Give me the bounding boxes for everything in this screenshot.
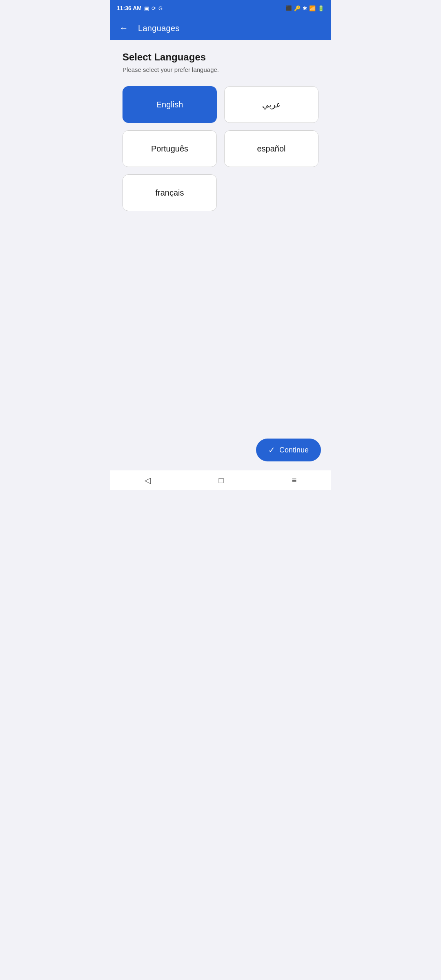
bluetooth-icon: ✱ (303, 5, 307, 11)
section-subtitle: Please select your prefer language. (122, 66, 318, 73)
bottom-nav-bar: ◁ □ ≡ (110, 470, 331, 490)
continue-button-wrapper: ✓ Continue (256, 439, 321, 461)
record-icon: ⬛ (286, 5, 292, 11)
key-icon: 🔑 (294, 5, 301, 11)
continue-label: Continue (279, 446, 309, 454)
status-bar: 11:36 AM ▣ ⟳ G ⬛ 🔑 ✱ 📶 🔋 (110, 0, 331, 16)
main-content: Select Languages Please select your pref… (110, 40, 331, 442)
nav-menu-button[interactable]: ≡ (282, 472, 307, 488)
status-left: 11:36 AM ▣ ⟳ G (117, 5, 163, 11)
section-title: Select Languages (122, 51, 318, 63)
language-grid: English عربي Português español français (122, 86, 318, 211)
status-time: 11:36 AM (117, 5, 142, 11)
back-button[interactable]: ← (118, 21, 130, 35)
google-icon: G (158, 5, 163, 11)
check-icon: ✓ (268, 445, 275, 455)
wifi-icon: 📶 (309, 5, 316, 11)
language-button-portuguese[interactable]: Português (122, 130, 217, 167)
page-title: Languages (138, 24, 180, 33)
battery-icon: 🔋 (318, 5, 324, 11)
status-right: ⬛ 🔑 ✱ 📶 🔋 (286, 5, 324, 11)
language-button-arabic[interactable]: عربي (224, 86, 318, 123)
language-button-english[interactable]: English (122, 86, 217, 123)
sync-icon: ⟳ (151, 5, 156, 11)
language-button-french[interactable]: français (122, 174, 217, 211)
camera-status-icon: ▣ (144, 5, 149, 11)
language-button-spanish[interactable]: español (224, 130, 318, 167)
continue-button[interactable]: ✓ Continue (256, 439, 321, 461)
nav-back-button[interactable]: ◁ (135, 472, 160, 488)
top-bar: ← Languages (110, 16, 331, 40)
nav-home-button[interactable]: □ (209, 472, 234, 488)
